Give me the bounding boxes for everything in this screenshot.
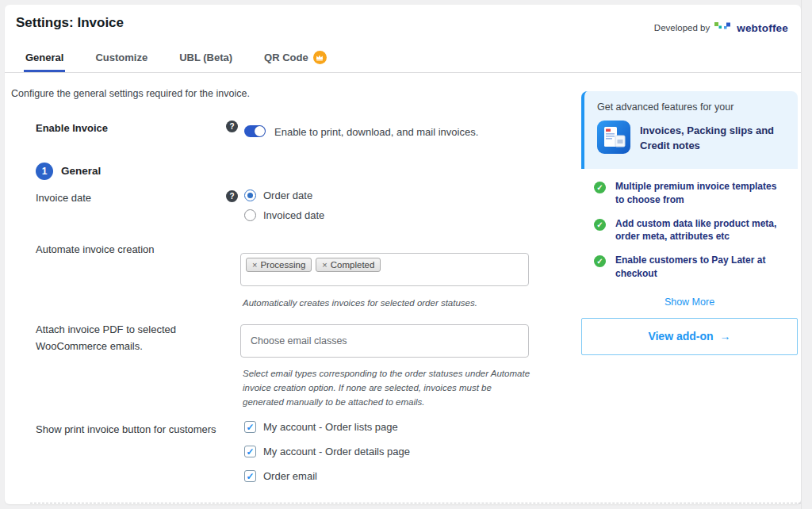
checkbox-order-details-page[interactable]: ✓ My account - Order details page bbox=[244, 446, 410, 457]
attach-pdf-help-text: Select email types corresponding to the … bbox=[243, 367, 534, 409]
view-addon-label: View add-on bbox=[648, 330, 713, 343]
show-more-link[interactable]: Show More bbox=[665, 297, 714, 308]
checkbox-order-email[interactable]: ✓ Order email bbox=[244, 470, 317, 482]
feature-item: ✓ Multiple premium invoice templates to … bbox=[594, 180, 787, 207]
tab-qr-code[interactable]: QR Code bbox=[262, 45, 328, 72]
radio-order-date-label: Order date bbox=[263, 189, 312, 201]
webtoffee-logo-icon bbox=[714, 21, 732, 35]
crown-icon bbox=[313, 51, 327, 64]
arrow-right-icon: → bbox=[720, 330, 731, 343]
radio-invoiced-date[interactable]: Invoiced date bbox=[244, 209, 324, 221]
automate-label: Automate invoice creation bbox=[36, 242, 222, 258]
page-description: Configure the general settings required … bbox=[11, 88, 250, 99]
section-divider bbox=[30, 503, 801, 503]
webtoffee-brand: webtoffee bbox=[737, 22, 788, 34]
developed-by: Developed by webtoffee bbox=[654, 21, 788, 35]
checkbox-order-lists-label: My account - Order lists page bbox=[263, 421, 398, 433]
radio-button-selected[interactable] bbox=[244, 189, 256, 201]
selected-statuses: × Processing × Completed bbox=[241, 254, 528, 276]
invoice-date-help-icon[interactable]: ? bbox=[226, 190, 238, 202]
checkbox-checked-icon[interactable]: ✓ bbox=[244, 446, 256, 457]
attach-pdf-label: Attach invoice PDF to selected WooCommer… bbox=[36, 322, 222, 355]
check-circle-icon: ✓ bbox=[594, 182, 606, 193]
tab-customize[interactable]: Customize bbox=[94, 45, 149, 72]
feature-text: Enable customers to Pay Later at checkou… bbox=[615, 254, 787, 281]
tab-ubl-beta[interactable]: UBL (Beta) bbox=[178, 45, 234, 72]
order-status-multiselect[interactable]: × Processing × Completed bbox=[240, 253, 529, 286]
promo-header: Get advanced features for your bbox=[581, 91, 798, 169]
tab-customize-label: Customize bbox=[95, 52, 147, 63]
remove-tag-icon[interactable]: × bbox=[252, 260, 257, 270]
radio-order-date[interactable]: Order date bbox=[244, 189, 312, 201]
checkbox-order-lists-page[interactable]: ✓ My account - Order lists page bbox=[244, 421, 398, 433]
invoice-addon-icon bbox=[597, 121, 630, 157]
settings-page: Settings: Invoice Developed by webtoffee… bbox=[5, 5, 801, 504]
remove-tag-icon[interactable]: × bbox=[322, 260, 327, 270]
check-circle-icon: ✓ bbox=[594, 219, 606, 231]
promo-product-title: Invoices, Packing slips and Credit notes bbox=[640, 124, 775, 154]
promo-feature-list: ✓ Multiple premium invoice templates to … bbox=[581, 169, 798, 293]
section-title: General bbox=[61, 165, 101, 177]
tag-completed-label: Completed bbox=[331, 260, 375, 270]
page-gutter bbox=[801, 0, 812, 509]
tag-processing[interactable]: × Processing bbox=[246, 258, 312, 272]
checkbox-order-email-label: Order email bbox=[263, 470, 317, 482]
feature-item: ✓ Add custom data like product meta, ord… bbox=[594, 217, 787, 244]
tab-ubl-beta-label: UBL (Beta) bbox=[179, 52, 232, 63]
checkbox-order-details-label: My account - Order details page bbox=[263, 446, 410, 457]
tab-general-label: General bbox=[25, 52, 63, 63]
section-number-badge: 1 bbox=[36, 163, 53, 180]
addon-promo-panel: Get advanced features for your bbox=[581, 91, 798, 355]
tag-completed[interactable]: × Completed bbox=[316, 258, 381, 272]
feature-text: Multiple premium invoice templates to ch… bbox=[615, 180, 787, 207]
feature-item: ✓ Enable customers to Pay Later at check… bbox=[594, 254, 787, 281]
radio-invoiced-date-label: Invoiced date bbox=[263, 209, 324, 221]
tab-bar: General Customize UBL (Beta) QR Code bbox=[5, 45, 801, 73]
tab-qr-code-label: QR Code bbox=[264, 52, 308, 63]
checkbox-checked-icon[interactable]: ✓ bbox=[244, 470, 256, 482]
checkbox-checked-icon[interactable]: ✓ bbox=[244, 421, 256, 433]
enable-invoice-description: Enable to print, download, and mail invo… bbox=[274, 126, 478, 138]
toggle-knob bbox=[255, 126, 265, 136]
promo-lead-text: Get advanced features for your bbox=[597, 101, 787, 113]
automate-help-text: Automatically creates invoices for selec… bbox=[243, 297, 534, 311]
enable-invoice-label: Enable Invoice bbox=[36, 121, 222, 137]
radio-button-unselected[interactable] bbox=[244, 209, 256, 221]
enable-invoice-toggle[interactable] bbox=[244, 125, 266, 137]
developed-by-label: Developed by bbox=[654, 23, 710, 33]
page-title: Settings: Invoice bbox=[16, 15, 124, 31]
check-circle-icon: ✓ bbox=[594, 255, 606, 267]
email-classes-input[interactable] bbox=[240, 324, 529, 358]
view-addon-button[interactable]: View add-on → bbox=[581, 318, 798, 355]
invoice-date-label: Invoice date bbox=[36, 190, 222, 207]
enable-invoice-help-icon[interactable]: ? bbox=[226, 121, 238, 132]
print-button-label: Show print invoice button for customers bbox=[36, 422, 222, 438]
feature-text: Add custom data like product meta, order… bbox=[615, 217, 787, 244]
tab-general[interactable]: General bbox=[24, 45, 65, 72]
tag-processing-label: Processing bbox=[260, 260, 305, 270]
